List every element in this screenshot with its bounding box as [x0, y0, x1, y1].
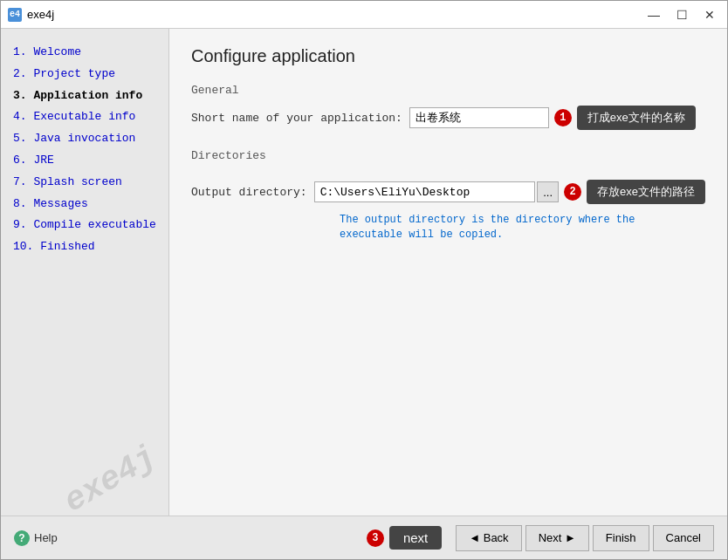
main-content: Configure application General Short name…	[169, 29, 727, 516]
help-icon: ?	[14, 530, 30, 546]
output-dir-help: The output directory is the directory wh…	[340, 213, 671, 242]
sidebar: 1. Welcome 2. Project type 3. Applicatio…	[1, 29, 169, 516]
next-button[interactable]: Next ►	[525, 525, 589, 551]
annotation2-tooltip: 存放exe文件的路径	[587, 180, 705, 204]
sidebar-item-compile-executable[interactable]: 9. Compile executable	[10, 215, 160, 236]
annotation3-container: 3 next	[361, 526, 442, 550]
directories-divider: Directories	[191, 149, 705, 171]
window-body: 1. Welcome 2. Project type 3. Applicatio…	[1, 29, 727, 516]
sidebar-item-project-type[interactable]: 2. Project type	[10, 64, 160, 85]
back-button[interactable]: ◄ Back	[456, 525, 521, 551]
sidebar-item-application-info[interactable]: 3. Application info	[10, 85, 160, 107]
output-dir-input[interactable]	[314, 181, 536, 202]
browse-button[interactable]: ...	[537, 181, 559, 202]
help-button[interactable]: ? Help	[14, 530, 58, 546]
minimize-button[interactable]: —	[643, 6, 664, 24]
window-title: exe4j	[27, 8, 643, 21]
short-name-input[interactable]	[409, 107, 549, 128]
annotation1-badge: 1	[554, 109, 572, 126]
sidebar-watermark: exe4j	[58, 438, 162, 516]
annotation3-tooltip: next	[389, 526, 442, 550]
finish-button[interactable]: Finish	[593, 525, 649, 551]
sidebar-item-finished[interactable]: 10. Finished	[10, 236, 160, 258]
short-name-label: Short name of your application:	[191, 112, 402, 125]
annotation3-badge: 3	[367, 529, 384, 547]
title-bar: e4 exe4j — ☐ ✕	[1, 1, 727, 29]
close-button[interactable]: ✕	[699, 6, 720, 24]
annotation1-tooltip: 打成exe文件的名称	[577, 106, 696, 130]
sidebar-item-welcome[interactable]: 1. Welcome	[10, 42, 160, 64]
bottom-bar: ? Help 3 next ◄ Back Next ► Finish Cance…	[1, 516, 727, 559]
sidebar-item-jre[interactable]: 6. JRE	[10, 150, 160, 172]
general-section-label: General	[191, 84, 705, 97]
sidebar-item-messages[interactable]: 8. Messages	[10, 194, 160, 215]
nav-buttons: 3 next ◄ Back Next ► Finish Cancel	[361, 525, 714, 551]
maximize-button[interactable]: ☐	[671, 6, 692, 24]
cancel-button[interactable]: Cancel	[653, 525, 714, 551]
short-name-row: Short name of your application: 1 打成exe文…	[191, 106, 705, 130]
main-window: e4 exe4j — ☐ ✕ 1. Welcome 2. Project typ…	[0, 0, 728, 560]
output-dir-row: Output directory: ... 2 存放exe文件的路径	[191, 180, 705, 204]
output-dir-label: Output directory:	[191, 186, 307, 199]
sidebar-item-splash-screen[interactable]: 7. Splash screen	[10, 172, 160, 194]
sidebar-item-java-invocation[interactable]: 5. Java invocation	[10, 128, 160, 150]
directories-section-label: Directories	[191, 149, 705, 162]
annotation2-badge: 2	[564, 183, 581, 201]
app-icon: e4	[8, 8, 22, 22]
page-title: Configure application	[191, 46, 705, 66]
help-label: Help	[34, 531, 58, 544]
window-controls: — ☐ ✕	[643, 6, 720, 24]
sidebar-item-executable-info[interactable]: 4. Executable info	[10, 106, 160, 128]
